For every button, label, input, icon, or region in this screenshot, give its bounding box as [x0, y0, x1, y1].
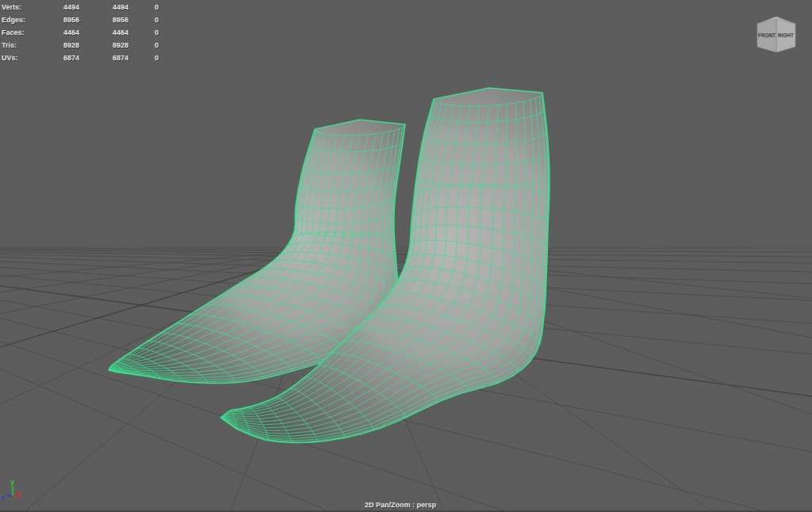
status-bar: 2D Pan/Zoom : persp [0, 501, 801, 509]
scene-canvas[interactable] [0, 0, 812, 512]
y-axis-label: y [10, 479, 15, 486]
hud-label: Faces: [2, 27, 43, 40]
hud-value: 4464 [43, 27, 79, 40]
hud-label: Tris: [2, 40, 43, 52]
hud-row-tris: Tris: 8928 8928 0 [2, 40, 168, 52]
hud-value: 8956 [79, 14, 128, 27]
view-cube[interactable]: FRONT RIGHT [755, 12, 799, 55]
hud-value: 0 [128, 14, 159, 27]
poly-count-hud: Verts: 4494 4494 0 Edges: 8956 8956 0 Fa… [2, 2, 168, 65]
z-axis-line [6, 495, 13, 496]
hud-value: 4494 [43, 2, 79, 14]
hud-value: 8928 [79, 40, 128, 52]
hud-value: 0 [128, 52, 159, 65]
hud-label: Edges: [2, 14, 43, 27]
hud-row-edges: Edges: 8956 8956 0 [2, 14, 168, 27]
pan-zoom-status-text: 2D Pan/Zoom : persp [365, 501, 436, 509]
hud-value: 0 [128, 27, 159, 40]
hud-value: 8928 [43, 40, 79, 52]
hud-value: 8956 [43, 14, 79, 27]
hud-row-uvs: UVs: 6874 6874 0 [2, 52, 168, 65]
view-cube-front-label: FRONT [758, 32, 776, 38]
maya-3d-viewport[interactable]: Verts: 4494 4494 0 Edges: 8956 8956 0 Fa… [0, 0, 812, 512]
hud-value: 4494 [79, 2, 128, 14]
view-cube-right-label: RIGHT [778, 32, 794, 38]
hud-value: 6874 [79, 52, 128, 65]
hud-value: 4464 [79, 27, 128, 40]
hud-label: UVs: [2, 52, 43, 65]
hud-row-faces: Faces: 4464 4464 0 [2, 27, 168, 40]
x-axis-label: x [17, 490, 21, 497]
hud-row-verts: Verts: 4494 4494 0 [2, 2, 168, 14]
hud-value: 6874 [43, 52, 79, 65]
hud-value: 0 [128, 40, 159, 52]
hud-label: Verts: [2, 2, 43, 14]
hud-value: 0 [128, 2, 159, 14]
